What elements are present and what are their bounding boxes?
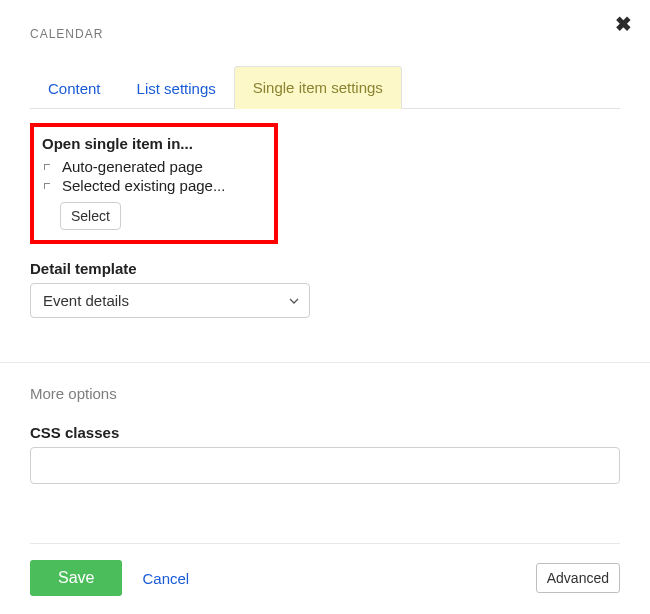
detail-template-field: Detail template Event details [30,260,620,318]
tab-content[interactable]: Content [30,68,119,109]
detail-template-select-wrap: Event details [30,283,310,318]
css-classes-field: CSS classes [0,402,650,484]
panel-footer: Save Cancel Advanced [0,543,650,614]
radio-auto-generated-label: Auto-generated page [62,158,203,175]
tab-single-item-settings[interactable]: Single item settings [234,66,402,109]
radio-auto-generated[interactable]: Auto-generated page [42,158,260,175]
detail-template-select[interactable]: Event details [30,283,310,318]
more-options-heading: More options [0,363,650,402]
radio-icon [44,183,50,189]
radio-existing-page[interactable]: Selected existing page... [42,177,260,194]
select-page-button[interactable]: Select [60,202,121,230]
panel-header: CALENDAR ✖ [0,0,650,47]
settings-panel: CALENDAR ✖ Content List settings Single … [0,0,650,614]
footer-actions: Save Cancel Advanced [30,560,620,596]
css-classes-label: CSS classes [30,424,620,441]
panel-title: CALENDAR [30,27,103,41]
open-single-item-section: Open single item in... Auto-generated pa… [30,123,278,244]
tab-bar: Content List settings Single item settin… [30,65,620,109]
detail-template-label: Detail template [30,260,620,277]
close-icon[interactable]: ✖ [615,14,632,34]
save-button[interactable]: Save [30,560,122,596]
tab-list-settings[interactable]: List settings [119,68,234,109]
css-classes-input[interactable] [30,447,620,484]
advanced-button[interactable]: Advanced [536,563,620,593]
radio-icon [44,164,50,170]
footer-divider [30,543,620,544]
cancel-button[interactable]: Cancel [142,570,189,587]
tab-content-area: Open single item in... Auto-generated pa… [0,109,650,318]
open-single-item-heading: Open single item in... [42,135,260,152]
radio-existing-page-label: Selected existing page... [62,177,225,194]
